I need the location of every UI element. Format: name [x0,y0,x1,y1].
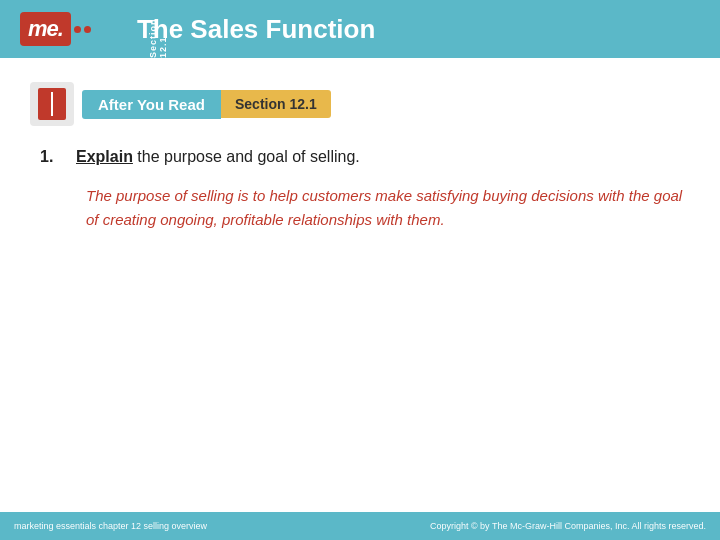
answer-1-paragraph: The purpose of selling is to help custom… [76,184,690,232]
page-title: The Sales Function [137,14,375,45]
logo-dot-1 [74,26,81,33]
question-1-keyword: Explain [76,148,133,165]
section-badge: Section 12.1 [221,90,331,118]
book-icon [30,82,74,126]
after-read-banner: After You Read Section 12.1 [30,82,690,126]
logo-dot-2 [84,26,91,33]
question-1-row: 1. Explain the purpose and goal of selli… [30,148,690,166]
header: me. Section 12.1 The Sales Function [0,0,720,58]
section-label: Section 12.1 [148,6,168,58]
question-1-number: 1. [40,148,76,166]
logo-text: me. [20,12,71,46]
logo-dots [74,26,91,33]
footer: marketing essentials chapter 12 selling … [0,512,720,540]
main-content: After You Read Section 12.1 1. Explain t… [0,58,720,512]
logo: me. [20,12,91,46]
answer-1-text: The purpose of selling is to help custom… [86,187,682,228]
footer-right: Copyright © by The Mc-Graw-Hill Companie… [430,521,706,531]
book-icon-inner [38,88,66,120]
question-1-rest: the purpose and goal of selling. [133,148,360,165]
question-1-text: Explain the purpose and goal of selling. [76,148,360,166]
after-read-label: After You Read [82,90,221,119]
footer-left: marketing essentials chapter 12 selling … [14,521,207,531]
